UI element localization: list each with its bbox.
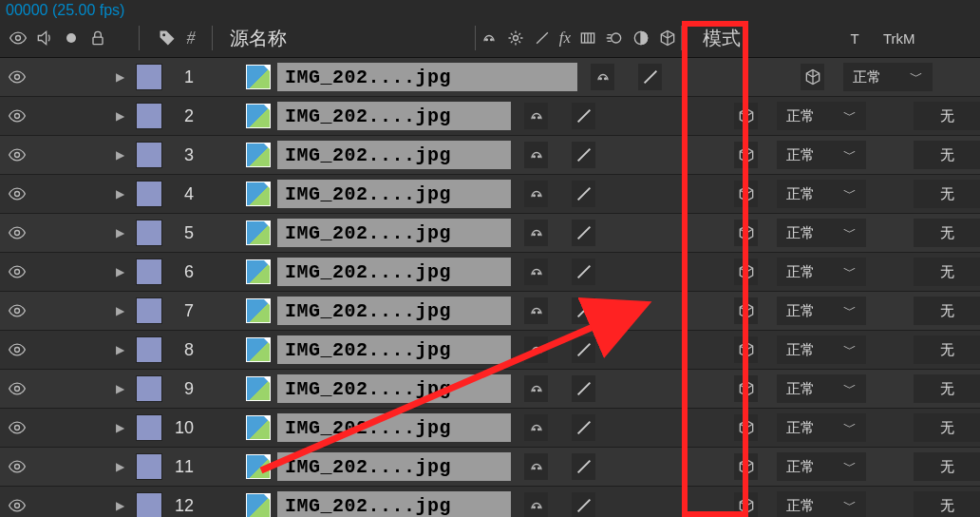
quality-switch[interactable] [572, 220, 595, 246]
fx-switch[interactable] [595, 181, 619, 207]
fx-switch[interactable] [595, 375, 619, 402]
adjustment-switch[interactable] [667, 181, 690, 207]
solo-icon[interactable] [61, 28, 82, 48]
blend-mode-dropdown[interactable]: 正常﹀ [777, 374, 866, 403]
blend-mode-dropdown[interactable]: 正常﹀ [777, 452, 866, 481]
fx-switch[interactable] [595, 492, 619, 517]
layer-row[interactable]: ▶10IMG_202....jpg正常﹀无 [0, 409, 980, 448]
frame-blend-switch[interactable] [619, 103, 643, 129]
shy-switch[interactable] [524, 336, 548, 363]
shy-switch[interactable] [524, 142, 548, 168]
twirl-icon[interactable]: ▶ [116, 226, 131, 239]
collapse-switch[interactable] [548, 492, 572, 517]
speaker-icon[interactable] [34, 28, 55, 48]
label-color-swatch[interactable] [136, 492, 162, 517]
3d-switch[interactable] [734, 375, 758, 402]
fx-switch[interactable] [595, 220, 619, 246]
frame-blend-switch[interactable] [619, 492, 643, 517]
track-matte-dropdown[interactable]: 无 [914, 335, 980, 364]
label-color-swatch[interactable] [136, 258, 162, 285]
frame-blend-switch[interactable] [619, 142, 643, 168]
frame-blend-switch[interactable] [619, 181, 643, 207]
motion-blur-switch[interactable] [643, 453, 667, 480]
track-matte-dropdown[interactable]: 无 [914, 413, 980, 442]
adjustment-layer-icon[interactable] [631, 28, 650, 48]
adjustment-switch[interactable] [667, 336, 690, 363]
eye-icon[interactable] [8, 28, 28, 48]
adjustment-switch[interactable] [667, 453, 690, 480]
fx-switch[interactable] [595, 336, 619, 363]
adjustment-switch[interactable] [667, 258, 690, 285]
eye-icon[interactable] [8, 222, 27, 243]
motion-blur-switch[interactable] [643, 297, 667, 324]
adjustment-switch[interactable] [667, 142, 690, 168]
layer-row[interactable]: ▶6IMG_202....jpg正常﹀无 [0, 253, 980, 292]
adjustment-switch[interactable] [667, 375, 690, 402]
motion-blur-switch[interactable] [709, 64, 733, 90]
preserve-transparency[interactable] [866, 413, 914, 442]
quality-switch[interactable] [572, 142, 595, 168]
track-matte-dropdown[interactable]: 无 [914, 141, 980, 169]
twirl-icon[interactable]: ▶ [116, 109, 131, 123]
preserve-transparency[interactable] [866, 452, 914, 481]
collapse-transform-icon[interactable] [506, 28, 525, 48]
collapse-switch[interactable] [548, 103, 572, 129]
frame-blend-switch[interactable] [686, 64, 709, 90]
fx-switch[interactable] [595, 258, 619, 285]
index-hash-icon[interactable]: # [187, 29, 196, 48]
source-name[interactable]: IMG_202....jpg [277, 452, 511, 481]
label-tag-icon[interactable] [157, 28, 178, 48]
blend-mode-dropdown[interactable]: 正常﹀ [777, 102, 866, 130]
preserve-transparency[interactable] [866, 335, 914, 364]
blend-mode-dropdown[interactable]: 正常﹀ [777, 297, 866, 325]
motion-blur-switch[interactable] [643, 336, 667, 363]
motion-blur-switch[interactable] [643, 142, 667, 168]
preserve-transparency[interactable] [866, 491, 914, 517]
blend-mode-dropdown[interactable]: 正常﹀ [777, 491, 866, 517]
motion-blur-switch[interactable] [643, 181, 667, 207]
shy-switch[interactable] [524, 297, 548, 324]
frame-blend-switch[interactable] [619, 414, 643, 441]
label-color-swatch[interactable] [136, 453, 162, 480]
layer-row[interactable]: ▶2IMG_202....jpg正常﹀无 [0, 97, 980, 136]
collapse-switch[interactable] [548, 453, 572, 480]
quality-switch[interactable] [638, 64, 662, 90]
layer-row[interactable]: ▶12IMG_202....jpg正常﹀无 [0, 487, 980, 517]
eye-icon[interactable] [8, 417, 27, 438]
motion-blur-switch[interactable] [643, 258, 667, 285]
preserve-transparency[interactable] [866, 102, 914, 130]
blend-mode-dropdown[interactable]: 正常﹀ [843, 63, 933, 91]
quality-switch[interactable] [572, 492, 595, 517]
label-color-swatch[interactable] [136, 181, 162, 207]
shy-switch[interactable] [524, 103, 548, 129]
adjustment-switch[interactable] [733, 64, 757, 90]
shy-switch[interactable] [524, 375, 548, 402]
collapse-switch[interactable] [548, 181, 572, 207]
3d-switch[interactable] [734, 492, 758, 517]
quality-switch[interactable] [572, 297, 595, 324]
eye-icon[interactable] [8, 495, 27, 516]
quality-icon[interactable] [533, 28, 552, 48]
track-matte-dropdown[interactable]: 无 [914, 297, 980, 325]
shy-icon[interactable] [480, 28, 499, 48]
3d-switch[interactable] [734, 336, 758, 363]
adjustment-switch[interactable] [667, 103, 690, 129]
shy-switch[interactable] [524, 220, 548, 246]
twirl-icon[interactable]: ▶ [116, 187, 131, 201]
source-name[interactable]: IMG_202....jpg [277, 297, 511, 325]
layer-row[interactable]: ▶1IMG_202....jpg正常﹀ [0, 58, 980, 97]
3d-switch[interactable] [734, 453, 758, 480]
fx-icon[interactable]: fx [559, 28, 571, 48]
label-color-swatch[interactable] [136, 414, 162, 441]
preserve-transparency[interactable] [866, 141, 914, 169]
twirl-icon[interactable]: ▶ [116, 70, 131, 84]
shy-switch[interactable] [524, 453, 548, 480]
blend-mode-dropdown[interactable]: 正常﹀ [777, 258, 866, 286]
source-name[interactable]: IMG_202....jpg [277, 413, 511, 442]
quality-switch[interactable] [572, 181, 595, 207]
shy-switch[interactable] [524, 414, 548, 441]
fx-switch[interactable] [595, 453, 619, 480]
label-color-swatch[interactable] [136, 220, 162, 246]
eye-icon[interactable] [8, 144, 27, 165]
layer-row[interactable]: ▶11IMG_202....jpg正常﹀无 [0, 448, 980, 487]
